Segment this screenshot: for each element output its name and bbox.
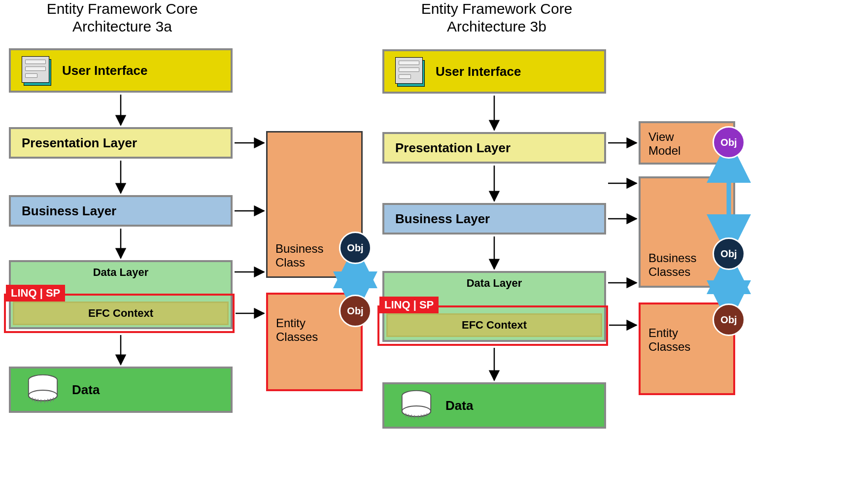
business-classes-box-b: Business Classes (639, 176, 735, 288)
ui-label: User Interface (436, 64, 521, 79)
data-layer-label: Data Layer (467, 277, 522, 290)
business-layer-a: Business Layer (9, 195, 233, 227)
efc-context-a: EFC Context (13, 302, 229, 325)
obj-entity-b: Obj (713, 303, 745, 336)
obj-viewmodel-b: Obj (713, 126, 745, 159)
business-label: Business Layer (22, 203, 116, 219)
presentation-layer-b: Presentation Layer (382, 132, 606, 164)
db-label: Data (445, 398, 473, 413)
title-b: Entity Framework Core Architecture 3b (413, 0, 580, 35)
obj-business-b: Obj (713, 237, 745, 270)
efc-context-b: EFC Context (386, 313, 602, 337)
title-a: Entity Framework Core Architecture 3a (38, 0, 206, 35)
context-label: EFC Context (88, 307, 153, 320)
ui-label: User Interface (62, 63, 147, 78)
presentation-label: Presentation Layer (395, 140, 510, 156)
business-label: Business Layer (395, 211, 490, 227)
database-icon (26, 374, 60, 405)
obj-business-a: Obj (339, 232, 372, 264)
business-layer-b: Business Layer (382, 203, 606, 235)
database-icon (399, 390, 434, 421)
context-label: EFC Context (462, 319, 527, 332)
presentation-label: Presentation Layer (22, 135, 137, 151)
window-icon (395, 57, 425, 86)
db-layer-b: Data (382, 382, 606, 429)
db-layer-a: Data (9, 367, 233, 413)
linq-sp-tab-b: LINQ | SP (379, 297, 439, 313)
window-icon (22, 56, 51, 85)
db-label: Data (72, 382, 100, 398)
ui-layer-b: User Interface (382, 49, 606, 94)
data-layer-label: Data Layer (93, 266, 149, 279)
ui-layer-a: User Interface (9, 48, 233, 93)
obj-entity-a: Obj (339, 295, 372, 327)
presentation-layer-a: Presentation Layer (9, 127, 233, 159)
linq-sp-tab-a: LINQ | SP (6, 285, 65, 302)
